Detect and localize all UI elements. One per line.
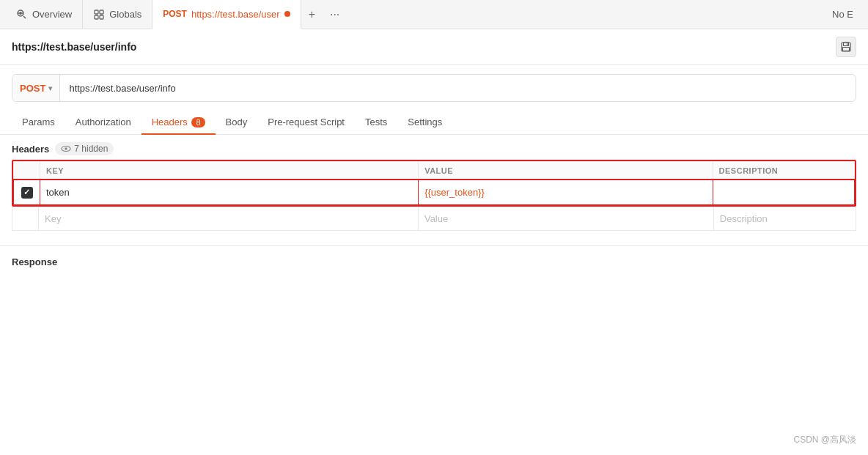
add-tab-button[interactable]: + <box>301 0 323 29</box>
tab-active-request[interactable]: POST https://test.base/user <box>152 0 301 29</box>
tab-headers-label: Headers <box>152 116 188 127</box>
overview-icon <box>16 9 28 21</box>
tab-settings-label: Settings <box>408 116 442 127</box>
hidden-count: 7 hidden <box>74 144 108 154</box>
unsaved-dot <box>284 11 290 17</box>
svg-rect-7 <box>844 42 849 46</box>
tab-pre-request[interactable]: Pre-request Script <box>257 111 355 135</box>
key-placeholder: Key <box>45 213 61 224</box>
tab-body-label: Body <box>226 116 248 127</box>
headers-section-label: Headers <box>12 144 49 155</box>
col-value: VALUE <box>419 162 713 180</box>
tab-globals-label: Globals <box>109 9 141 20</box>
desc-placeholder: Description <box>720 213 768 224</box>
col-description: DESCRIPTION <box>713 162 854 180</box>
tab-pre-request-label: Pre-request Script <box>268 116 345 127</box>
highlighted-row-wrapper: KEY VALUE DESCRIPTION token {{user_token… <box>12 160 856 207</box>
empty-desc-cell[interactable]: Description <box>713 207 856 230</box>
svg-point-11 <box>65 147 68 150</box>
headers-badge: 8 <box>191 117 205 127</box>
tab-params[interactable]: Params <box>12 111 65 135</box>
empty-headers-table: Key Value Description <box>12 207 856 231</box>
method-label: POST <box>20 83 45 94</box>
empty-key-cell[interactable]: Key <box>39 207 419 230</box>
svg-rect-4 <box>95 15 98 19</box>
col-key: KEY <box>40 162 419 180</box>
no-environment-label: No E <box>823 9 862 20</box>
globals-icon <box>93 9 105 21</box>
svg-rect-5 <box>100 15 103 19</box>
svg-rect-3 <box>100 10 103 14</box>
row-value-cell[interactable]: {{user_token}} <box>419 180 713 205</box>
tab-headers[interactable]: Headers 8 <box>141 111 216 135</box>
headers-section: Headers 7 hidden <box>0 135 868 160</box>
hidden-headers-badge[interactable]: 7 hidden <box>55 142 114 155</box>
empty-row-wrapper: Key Value Description <box>12 207 856 231</box>
response-section: Response <box>0 245 868 278</box>
request-title: https://test.base/user/info <box>12 41 136 53</box>
request-row: POST ▾ <box>12 74 856 102</box>
svg-point-1 <box>20 12 22 14</box>
active-tab-url: https://test.base/user <box>191 9 280 20</box>
tab-settings[interactable]: Settings <box>397 111 452 135</box>
method-dropdown[interactable]: POST ▾ <box>12 75 60 101</box>
active-tab-method: POST <box>163 9 187 19</box>
empty-value-cell[interactable]: Value <box>418 207 713 230</box>
col-checkbox <box>14 162 40 180</box>
table-row: token {{user_token}} <box>14 180 855 205</box>
tab-authorization-label: Authorization <box>76 116 131 127</box>
tab-bar: Overview Globals POST https://test.base/… <box>0 0 868 29</box>
svg-rect-8 <box>843 48 850 51</box>
row-desc-cell[interactable] <box>713 180 854 205</box>
tab-overview-label: Overview <box>32 9 72 20</box>
more-tabs-button[interactable]: ··· <box>323 0 347 29</box>
url-input[interactable] <box>60 75 856 101</box>
row-checkbox-cell[interactable] <box>14 180 40 205</box>
empty-checkbox-cell <box>12 207 39 230</box>
value-placeholder: Value <box>424 213 448 224</box>
row-key-cell[interactable]: token <box>40 180 419 205</box>
save-icon <box>841 42 851 52</box>
save-button[interactable] <box>836 37 856 57</box>
tab-params-label: Params <box>22 116 55 127</box>
headers-table: KEY VALUE DESCRIPTION token {{user_token… <box>13 161 855 205</box>
row-key-value: token <box>46 187 70 198</box>
row-token-value: {{user_token}} <box>424 187 485 198</box>
tab-body[interactable]: Body <box>216 111 258 135</box>
response-label: Response <box>12 256 57 267</box>
sub-tabs: Params Authorization Headers 8 Body Pre-… <box>0 111 868 135</box>
eye-icon <box>61 144 71 154</box>
empty-table-row: Key Value Description <box>12 207 856 230</box>
tab-overview[interactable]: Overview <box>6 0 83 29</box>
table-header-row: KEY VALUE DESCRIPTION <box>14 162 855 180</box>
tab-authorization[interactable]: Authorization <box>65 111 141 135</box>
row-checkbox[interactable] <box>21 187 33 199</box>
tab-tests[interactable]: Tests <box>355 111 397 135</box>
url-bar: https://test.base/user/info <box>0 29 868 65</box>
svg-rect-2 <box>95 10 98 14</box>
method-chevron-icon: ▾ <box>48 84 52 92</box>
tab-tests-label: Tests <box>365 116 387 127</box>
tab-globals[interactable]: Globals <box>83 0 152 29</box>
